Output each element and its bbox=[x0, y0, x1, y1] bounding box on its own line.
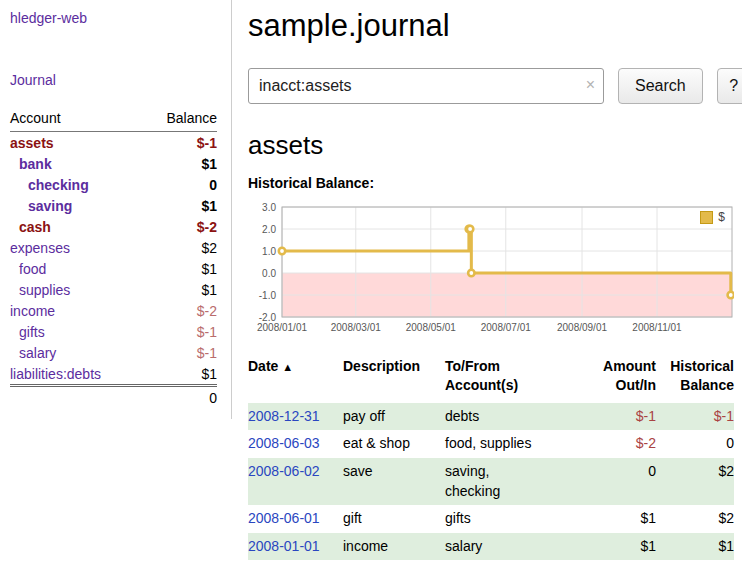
app-title-link[interactable]: hledger-web bbox=[10, 10, 217, 26]
transaction-account-line: checking bbox=[445, 482, 574, 502]
account-balance: $-2 bbox=[143, 300, 217, 321]
transaction-description: pay off bbox=[343, 403, 445, 431]
account-link-checking[interactable]: checking bbox=[28, 177, 89, 193]
clear-search-icon[interactable]: × bbox=[586, 76, 595, 94]
register-header-row: Date▲DescriptionTo/FromAccount(s)AmountO… bbox=[248, 355, 734, 403]
register-header-text: Out/In bbox=[578, 376, 656, 395]
account-link-gifts[interactable]: gifts bbox=[19, 324, 45, 340]
svg-text:-1.0: -1.0 bbox=[259, 290, 277, 301]
svg-text:-2.0: -2.0 bbox=[259, 312, 277, 323]
transaction-amount: $1 bbox=[578, 533, 656, 561]
register-header-text: To/From bbox=[445, 357, 574, 376]
account-row: expenses$2 bbox=[10, 237, 217, 258]
transaction-description: gift bbox=[343, 505, 445, 533]
account-row: cash$-2 bbox=[10, 216, 217, 237]
transaction-account-line: saving, bbox=[445, 462, 574, 482]
accounts-header-account: Account bbox=[10, 108, 143, 132]
svg-text:2008/09/01: 2008/09/01 bbox=[557, 322, 607, 333]
transaction-date-cell: 2008-12-31 bbox=[248, 403, 343, 431]
account-row: food$1 bbox=[10, 258, 217, 279]
register-row: 2008-06-02savesaving,checking0$2 bbox=[248, 458, 734, 505]
main-content: sample.journal × Search ? assets Histori… bbox=[232, 0, 742, 560]
journal-link[interactable]: Journal bbox=[10, 72, 217, 88]
transaction-description: eat & shop bbox=[343, 430, 445, 458]
register-header-text: Balance bbox=[656, 376, 734, 395]
transaction-description: income bbox=[343, 533, 445, 561]
chart-legend: $ bbox=[696, 209, 729, 225]
account-balance: $-1 bbox=[143, 321, 217, 342]
transaction-date-link[interactable]: 2008-06-03 bbox=[248, 435, 320, 451]
svg-text:2008/01/01: 2008/01/01 bbox=[257, 322, 307, 333]
transaction-accounts: gifts bbox=[445, 505, 578, 533]
transaction-balance: $2 bbox=[656, 458, 734, 505]
register-header-text: Historical bbox=[656, 357, 734, 376]
svg-text:0.0: 0.0 bbox=[262, 268, 276, 279]
account-balance: $1 bbox=[143, 363, 217, 386]
accounts-total-value: 0 bbox=[143, 386, 217, 409]
page-title: sample.journal bbox=[248, 8, 742, 44]
account-balance: $-1 bbox=[143, 132, 217, 154]
register-row: 2008-06-01giftgifts$1$2 bbox=[248, 505, 734, 533]
register-row: 2008-06-03eat & shopfood, supplies$-20 bbox=[248, 430, 734, 458]
transaction-accounts: debts bbox=[445, 403, 578, 431]
accounts-header-row: Account Balance bbox=[10, 108, 217, 132]
account-heading: assets bbox=[248, 130, 742, 161]
svg-text:2.0: 2.0 bbox=[262, 224, 276, 235]
account-balance: $1 bbox=[143, 258, 217, 279]
transaction-account-line: gifts bbox=[445, 509, 574, 529]
search-box: × bbox=[248, 68, 604, 104]
transaction-amount: 0 bbox=[578, 458, 656, 505]
register-table: Date▲DescriptionTo/FromAccount(s)AmountO… bbox=[248, 355, 734, 560]
legend-label: $ bbox=[718, 210, 725, 224]
transaction-date-cell: 2008-01-01 bbox=[248, 533, 343, 561]
transaction-date-link[interactable]: 2008-12-31 bbox=[248, 408, 320, 424]
account-link-expenses[interactable]: expenses bbox=[10, 240, 70, 256]
svg-text:2008/03/01: 2008/03/01 bbox=[331, 322, 381, 333]
account-link-saving[interactable]: saving bbox=[28, 198, 72, 214]
account-row: bank$1 bbox=[10, 153, 217, 174]
account-row: income$-2 bbox=[10, 300, 217, 321]
register-header-text: Date▲ bbox=[248, 357, 339, 376]
accounts-header-balance: Balance bbox=[143, 108, 217, 132]
sort-asc-icon: ▲ bbox=[282, 361, 293, 373]
account-link-food[interactable]: food bbox=[19, 261, 46, 277]
account-balance: $1 bbox=[143, 279, 217, 300]
account-link-income[interactable]: income bbox=[10, 303, 55, 319]
svg-text:2008/11/01: 2008/11/01 bbox=[632, 322, 682, 333]
register-header-date[interactable]: Date▲ bbox=[248, 355, 343, 403]
search-bar: × Search ? bbox=[248, 68, 742, 104]
app-root: hledger-web Journal Account Balance asse… bbox=[0, 0, 742, 560]
transaction-balance: 0 bbox=[656, 430, 734, 458]
register-header-text: Amount bbox=[578, 357, 656, 376]
legend-swatch-icon bbox=[700, 211, 713, 224]
account-link-salary[interactable]: salary bbox=[19, 345, 56, 361]
account-link-assets[interactable]: assets bbox=[10, 135, 54, 151]
svg-text:3.0: 3.0 bbox=[262, 202, 276, 213]
register-row: 2008-01-01incomesalary$1$1 bbox=[248, 533, 734, 561]
search-button[interactable]: Search bbox=[618, 68, 703, 104]
account-link-cash[interactable]: cash bbox=[19, 219, 51, 235]
register-header-description: Description bbox=[343, 355, 445, 403]
transaction-amount: $-2 bbox=[578, 430, 656, 458]
account-link-liabilities-debts[interactable]: liabilities:debts bbox=[10, 366, 101, 382]
transaction-date-link[interactable]: 2008-06-01 bbox=[248, 510, 320, 526]
transaction-balance: $2 bbox=[656, 505, 734, 533]
transaction-date-cell: 2008-06-01 bbox=[248, 505, 343, 533]
accounts-table: Account Balance assets$-1bank$1checking0… bbox=[10, 108, 217, 409]
account-balance: 0 bbox=[143, 174, 217, 195]
account-row: assets$-1 bbox=[10, 132, 217, 154]
register-header-balance: HistoricalBalance bbox=[656, 355, 734, 403]
register-header-amount: AmountOut/In bbox=[578, 355, 656, 403]
historical-balance-chart: $ -2.0-1.00.01.02.03.02008/01/012008/03/… bbox=[248, 199, 734, 341]
transaction-date-link[interactable]: 2008-01-01 bbox=[248, 538, 320, 554]
svg-text:1.0: 1.0 bbox=[262, 246, 276, 257]
chart-title: Historical Balance: bbox=[248, 175, 742, 191]
transaction-date-link[interactable]: 2008-06-02 bbox=[248, 463, 320, 479]
account-balance: $1 bbox=[143, 195, 217, 216]
search-input[interactable] bbox=[248, 68, 604, 104]
help-button[interactable]: ? bbox=[717, 68, 742, 104]
accounts-total-row: 0 bbox=[10, 386, 217, 409]
transaction-account-line: debts bbox=[445, 407, 574, 427]
account-link-supplies[interactable]: supplies bbox=[19, 282, 70, 298]
account-link-bank[interactable]: bank bbox=[19, 156, 52, 172]
